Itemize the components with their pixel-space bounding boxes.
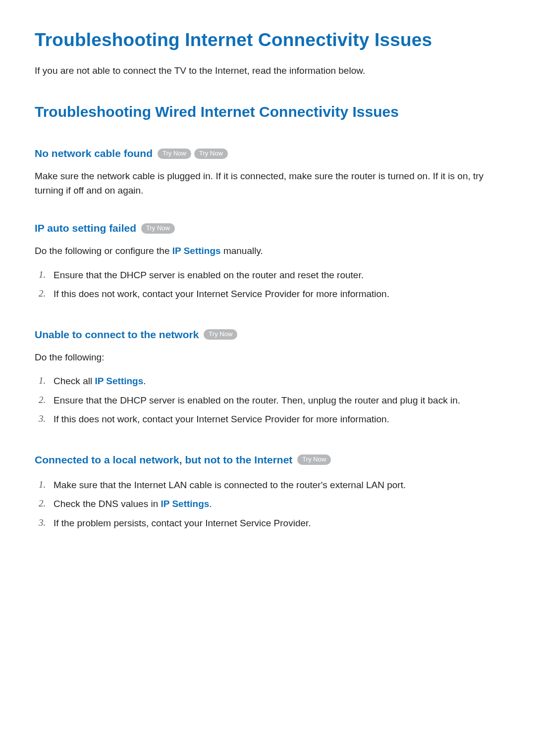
- subheading: IP auto setting failed Try Now: [35, 222, 500, 234]
- page-title: Troubleshooting Internet Connectivity Is…: [35, 30, 500, 50]
- subsection-no-network-cable: No network cable found Try Now Try Now M…: [35, 148, 500, 198]
- list-text: If this does not work, contact your Inte…: [54, 289, 389, 299]
- list-item: 3. If the problem persists, contact your…: [35, 514, 500, 533]
- list-item: 2. Ensure that the DHCP server is enable…: [35, 391, 500, 410]
- list-item: 1. Make sure that the Internet LAN cable…: [35, 476, 500, 495]
- subheading: Unable to connect to the network Try Now: [35, 329, 500, 341]
- subsection-ip-auto-failed: IP auto setting failed Try Now Do the fo…: [35, 222, 500, 304]
- list-number: 2.: [39, 393, 46, 407]
- text-fragment: Check the DNS values in: [54, 499, 161, 509]
- subheading-text: No network cable found: [35, 148, 153, 159]
- ip-settings-link[interactable]: IP Settings: [172, 246, 221, 256]
- text-fragment: manually.: [221, 246, 263, 256]
- try-now-button[interactable]: Try Now: [194, 149, 228, 159]
- list-item: 1. Ensure that the DHCP server is enable…: [35, 266, 500, 285]
- list-number: 1.: [39, 374, 46, 388]
- list-number: 3.: [39, 516, 46, 530]
- ip-settings-link[interactable]: IP Settings: [161, 499, 210, 509]
- subheading: Connected to a local network, but not to…: [35, 454, 500, 466]
- ordered-list: 1. Check all IP Settings. 2. Ensure that…: [35, 372, 500, 429]
- list-item: 2. Check the DNS values in IP Settings.: [35, 495, 500, 514]
- subheading-text: Unable to connect to the network: [35, 329, 199, 341]
- text-fragment: Do the following or configure the: [35, 246, 172, 256]
- list-item: 1. Check all IP Settings.: [35, 372, 500, 391]
- ordered-list: 1. Ensure that the DHCP server is enable…: [35, 266, 500, 304]
- ordered-list: 1. Make sure that the Internet LAN cable…: [35, 476, 500, 533]
- ip-settings-link[interactable]: IP Settings: [95, 376, 143, 386]
- subsection-unable-to-connect: Unable to connect to the network Try Now…: [35, 329, 500, 429]
- list-text: Ensure that the DHCP server is enabled o…: [54, 270, 364, 280]
- body-text: Do the following or configure the IP Set…: [35, 244, 500, 258]
- body-text: Make sure the network cable is plugged i…: [35, 169, 500, 198]
- list-number: 3.: [39, 412, 46, 426]
- subsection-connected-local-not-internet: Connected to a local network, but not to…: [35, 454, 500, 533]
- subheading-text: IP auto setting failed: [35, 222, 136, 234]
- list-number: 1.: [39, 268, 46, 282]
- subheading-text: Connected to a local network, but not to…: [35, 454, 292, 466]
- intro-paragraph: If you are not able to connect the TV to…: [35, 65, 500, 76]
- try-now-button[interactable]: Try Now: [141, 223, 175, 234]
- list-text: Ensure that the DHCP server is enabled o…: [54, 395, 460, 405]
- list-text: Make sure that the Internet LAN cable is…: [54, 480, 406, 490]
- body-text: Do the following:: [35, 351, 500, 365]
- try-now-button[interactable]: Try Now: [158, 149, 191, 159]
- text-fragment: Check all: [54, 376, 95, 386]
- list-item: 2. If this does not work, contact your I…: [35, 285, 500, 304]
- text-fragment: .: [209, 499, 212, 509]
- list-number: 1.: [39, 478, 46, 492]
- list-number: 2.: [39, 287, 46, 301]
- list-number: 2.: [39, 497, 46, 511]
- list-text: If the problem persists, contact your In…: [54, 518, 311, 528]
- try-now-button[interactable]: Try Now: [297, 454, 331, 465]
- list-item: 3. If this does not work, contact your I…: [35, 410, 500, 429]
- subheading: No network cable found Try Now Try Now: [35, 148, 500, 159]
- document-page: Troubleshooting Internet Connectivity Is…: [0, 0, 535, 756]
- section-heading: Troubleshooting Wired Internet Connectiv…: [35, 103, 500, 120]
- text-fragment: .: [143, 376, 146, 386]
- list-text: If this does not work, contact your Inte…: [54, 414, 389, 424]
- try-now-button[interactable]: Try Now: [204, 329, 237, 340]
